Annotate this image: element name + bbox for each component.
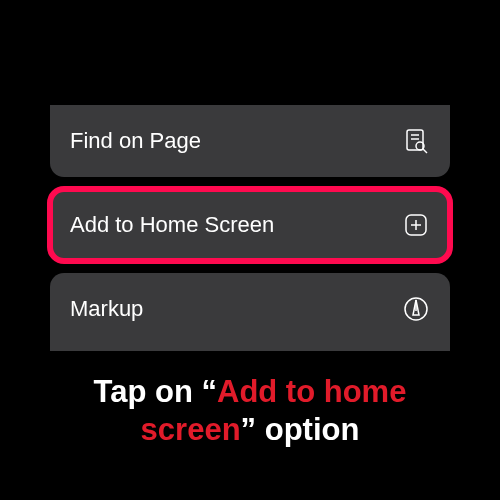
menu-item-find-on-page[interactable]: Find on Page xyxy=(50,105,450,177)
menu-item-add-to-home-screen[interactable]: Add to Home Screen xyxy=(50,189,450,261)
svg-rect-0 xyxy=(407,130,423,150)
instruction-caption: Tap on “Add to home screen” option xyxy=(0,373,500,451)
share-sheet-menu: Find on Page Add to Home Screen Markup xyxy=(50,105,450,351)
menu-item-markup[interactable]: Markup xyxy=(50,273,450,351)
find-on-page-icon xyxy=(402,127,430,155)
menu-item-label: Markup xyxy=(70,296,143,322)
menu-item-label: Find on Page xyxy=(70,128,201,154)
svg-line-4 xyxy=(423,149,427,153)
add-to-home-icon xyxy=(402,211,430,239)
caption-prefix: Tap on “ xyxy=(94,374,217,409)
caption-suffix: ” option xyxy=(241,412,360,447)
menu-item-label: Add to Home Screen xyxy=(70,212,274,238)
markup-icon xyxy=(402,295,430,323)
